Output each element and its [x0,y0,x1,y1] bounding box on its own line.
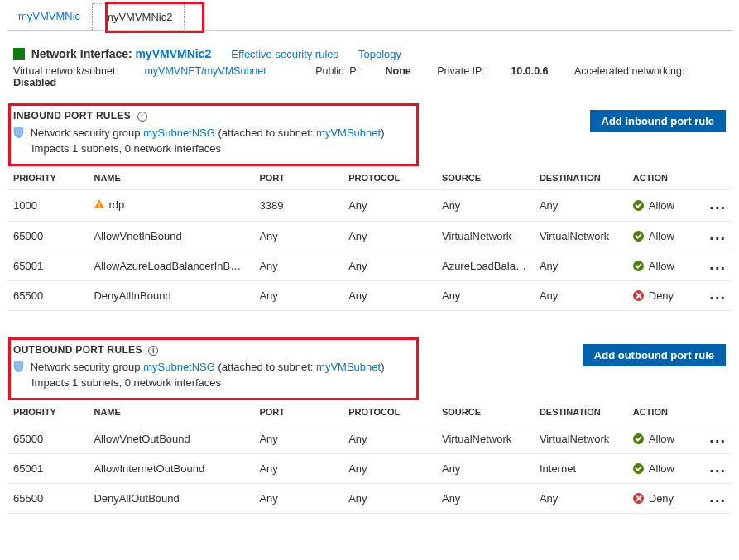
info-icon[interactable]: i [137,112,147,122]
th-priority[interactable]: Priority [7,400,87,424]
more-button[interactable]: ... [709,285,726,308]
cell-name: AllowAzureLoadBalancerInBound [87,251,252,281]
th-port[interactable]: Port [252,400,342,424]
th-name[interactable]: Name [87,166,252,190]
cell-action: Deny [626,281,698,311]
cell-protocol: Any [342,251,435,281]
cell-protocol: Any [342,222,435,251]
cell-priority: 65000 [7,424,87,454]
private-ip-label: Private IP: [437,65,485,77]
vnet-link[interactable]: myVMVNET/myVMSubnet [144,65,266,77]
cell-port: 3389 [252,190,342,222]
cell-protocol: Any [342,454,435,484]
inbound-table: Priority Name Port Protocol Source Desti… [7,166,732,311]
th-destination[interactable]: Destination [533,400,626,424]
cell-destination: Any [533,484,626,514]
table-row[interactable]: 65000AllowVnetInBoundAnyAnyVirtualNetwor… [7,222,732,251]
th-action[interactable]: Action [626,166,698,190]
cell-action: Allow [626,424,698,454]
th-protocol[interactable]: Protocol [342,166,435,190]
cell-port: Any [252,251,342,281]
cell-action: Allow [626,454,698,484]
outbound-table: Priority Name Port Protocol Source Desti… [7,400,732,514]
accel-label: Accelerated networking: [574,65,684,77]
th-action[interactable]: Action [626,400,698,424]
effective-rules-link[interactable]: Effective security rules [231,48,338,60]
table-row[interactable]: 65500DenyAllInBoundAnyAnyAnyAnyDeny... [7,281,732,311]
allow-icon [633,433,644,444]
allow-icon [633,463,644,474]
th-destination[interactable]: Destination [533,166,626,190]
th-priority[interactable]: Priority [7,166,87,190]
nsg-attached: (attached to subnet: [218,361,314,373]
nsg-attached-end: ) [381,361,384,373]
th-protocol[interactable]: Protocol [342,400,435,424]
shield-icon [13,361,24,375]
nic-name-link[interactable]: myVMVMNic2 [135,47,211,60]
more-button[interactable]: ... [709,457,726,481]
tab-nic1[interactable]: myVMVMNic [7,3,92,30]
cell-priority: 1000 [7,190,87,222]
cell-destination: Any [533,281,626,311]
cell-protocol: Any [342,281,435,311]
cell-action: Allow [626,251,698,281]
outbound-impacts: Impacts 1 subnets, 0 network interfaces [31,376,384,389]
public-ip-value: None [385,65,410,77]
th-name[interactable]: Name [87,400,252,424]
cell-name: AllowVnetOutBound [87,424,252,454]
cell-priority: 65500 [7,484,87,514]
subnet-link[interactable]: myVMSubnet [316,361,381,373]
svg-rect-0 [99,203,100,206]
cell-destination: Internet [533,454,626,484]
cell-action: Allow [626,222,698,251]
deny-icon [633,290,644,301]
cell-protocol: Any [342,484,435,514]
more-button[interactable]: ... [709,487,726,510]
cell-name: rdp [87,190,252,222]
cell-source: VirtualNetwork [435,222,533,251]
cell-source: VirtualNetwork [435,424,533,454]
nsg-link[interactable]: mySubnetNSG [143,361,215,373]
nic-header: Network Interface: myVMVMNic2 Effective … [13,47,726,89]
cell-protocol: Any [342,190,435,222]
add-outbound-rule-button[interactable]: Add outbound port rule [583,344,726,366]
more-button[interactable]: ... [709,194,726,218]
table-row[interactable]: 65000AllowVnetOutBoundAnyAnyVirtualNetwo… [7,424,732,454]
nsg-attached-end: ) [381,127,384,139]
allow-icon [633,261,644,271]
cell-action: Allow [626,190,698,222]
table-row[interactable]: 65001AllowInternetOutBoundAnyAnyAnyInter… [7,454,732,484]
subnet-link[interactable]: myVMSubnet [316,127,381,139]
th-source[interactable]: Source [435,166,533,190]
cell-port: Any [252,454,342,484]
cell-protocol: Any [342,424,435,454]
more-button[interactable]: ... [709,225,726,248]
inbound-impacts: Impacts 1 subnets, 0 network interfaces [31,142,384,155]
th-source[interactable]: Source [435,400,533,424]
private-ip-value: 10.0.0.6 [511,65,548,77]
table-row[interactable]: 65500DenyAllOutBoundAnyAnyAnyAnyDeny... [7,484,732,514]
nic-label: Network Interface: [31,47,132,60]
add-inbound-rule-button[interactable]: Add inbound port rule [590,110,726,132]
more-button[interactable]: ... [709,255,726,278]
th-port[interactable]: Port [252,166,342,190]
svg-rect-1 [99,206,100,207]
nic-icon [13,48,25,60]
public-ip-label: Public IP: [315,65,359,77]
allow-icon [633,231,644,242]
info-icon[interactable]: i [148,346,158,356]
table-row[interactable]: 65001AllowAzureLoadBalancerInBoundAnyAny… [7,251,732,281]
cell-action: Deny [626,484,698,514]
topology-link[interactable]: Topology [358,48,401,60]
outbound-title: Outbound port rules [13,344,142,356]
nic-tabs: myVMVMNic myVMVMNic2 [7,3,732,31]
cell-source: AzureLoadBalanc… [435,251,533,281]
deny-icon [633,493,644,504]
cell-port: Any [252,484,342,514]
inbound-title: Inbound port rules [13,110,131,122]
nsg-link[interactable]: mySubnetNSG [143,127,215,139]
cell-port: Any [252,222,342,251]
table-row[interactable]: 1000rdp3389AnyAnyAnyAllow... [7,190,732,222]
more-button[interactable]: ... [709,428,726,451]
tab-nic2[interactable]: myVMVMNic2 [92,3,185,30]
